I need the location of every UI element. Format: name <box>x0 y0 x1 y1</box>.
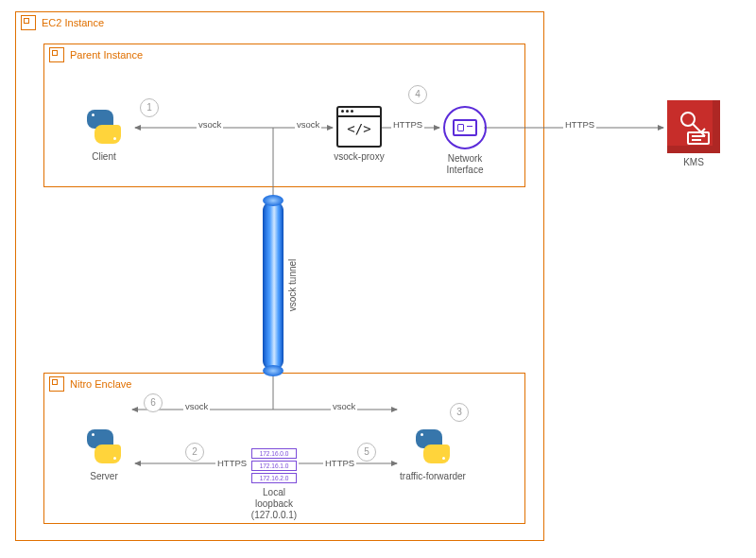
network-interface-icon <box>443 106 487 149</box>
edge-https-proxy-net: HTTPS <box>391 119 424 130</box>
node-vsock-proxy: </> vsock-proxy <box>331 106 387 163</box>
loopback-row-0: 172.16.0.0 <box>251 448 297 459</box>
edge-vsock-left-bot: vsock <box>183 401 210 411</box>
loopback-icon: 172.16.0.0 172.16.1.0 172.16.2.0 <box>251 448 297 483</box>
node-loopback: 172.16.0.0 172.16.1.0 172.16.2.0 Local l… <box>244 448 304 521</box>
python-icon <box>83 106 125 148</box>
node-kms: KMS <box>665 100 722 168</box>
edge-https-right-bot: HTTPS <box>323 458 356 468</box>
node-client: Client <box>76 106 132 163</box>
step-3: 3 <box>450 403 469 422</box>
edge-https-net-kms: HTTPS <box>563 119 596 130</box>
kms-label: KMS <box>665 157 722 168</box>
network-interface-label: Network Interface <box>437 153 493 176</box>
step-6: 6 <box>144 393 163 412</box>
vsock-tunnel-label: vsock tunnel <box>287 259 298 312</box>
app-window-icon: </> <box>336 106 382 148</box>
kms-icon <box>667 100 720 153</box>
loopback-row-2: 172.16.2.0 <box>251 473 297 483</box>
node-network-interface: Network Interface <box>437 106 493 176</box>
python-icon <box>83 426 125 467</box>
step-2: 2 <box>185 443 204 462</box>
svg-point-0 <box>681 113 695 126</box>
vsock-tunnel <box>263 201 284 371</box>
edge-vsock-right-top: vsock <box>295 119 321 130</box>
step-5: 5 <box>357 443 376 462</box>
loopback-label: Local loopback (127.0.0.1) <box>244 487 304 521</box>
edge-vsock-right-bot: vsock <box>331 401 357 411</box>
step-1: 1 <box>140 98 159 117</box>
client-label: Client <box>76 151 132 163</box>
traffic-forwarder-label: traffic-forwarder <box>395 471 471 482</box>
server-label: Server <box>76 471 132 482</box>
node-server: Server <box>76 426 132 482</box>
loopback-row-1: 172.16.1.0 <box>251 461 297 471</box>
step-4: 4 <box>408 85 427 104</box>
vsock-proxy-label: vsock-proxy <box>331 151 387 163</box>
python-icon <box>412 426 454 467</box>
svg-rect-1 <box>688 132 709 144</box>
node-traffic-forwarder: traffic-forwarder <box>395 426 471 482</box>
edge-vsock-left-top: vsock <box>197 119 223 130</box>
